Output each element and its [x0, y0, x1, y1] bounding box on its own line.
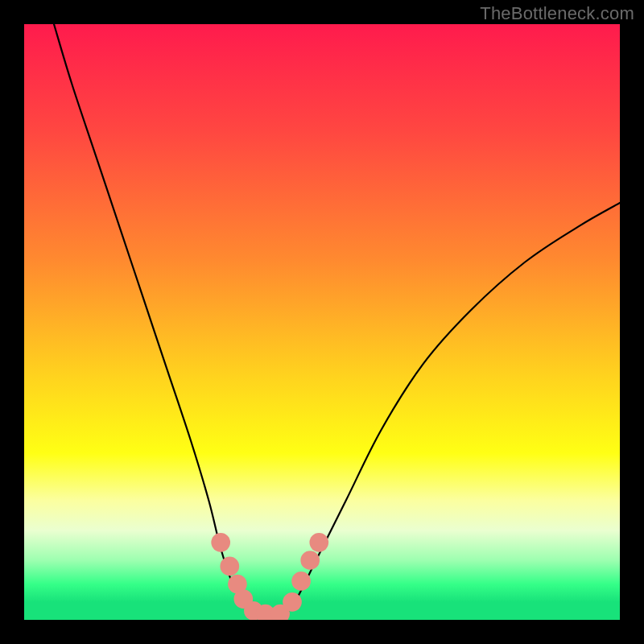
watermark-text: TheBottleneck.com: [480, 3, 634, 24]
series-left-curve: [54, 24, 250, 614]
marker-dot: [220, 557, 239, 576]
marker-dot: [300, 551, 320, 570]
marker-dot: [309, 533, 328, 552]
outer-black-frame: TheBottleneck.com: [0, 0, 644, 644]
chart-svg: [24, 24, 620, 620]
marker-dot: [283, 592, 302, 612]
series-right-curve: [287, 203, 620, 614]
marker-dot: [211, 533, 230, 552]
marker-dot: [291, 572, 311, 591]
plot-area: [24, 24, 620, 620]
